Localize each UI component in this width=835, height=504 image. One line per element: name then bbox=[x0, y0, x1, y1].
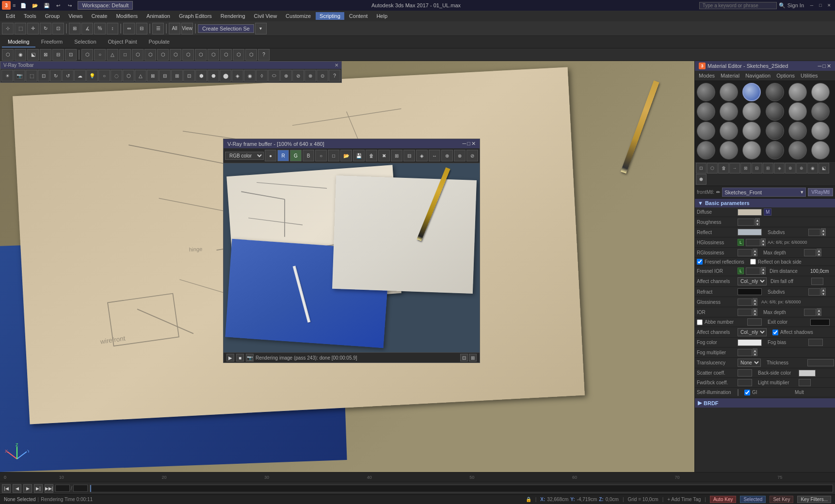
vt-3[interactable]: ⬚ bbox=[26, 70, 37, 81]
snap-toggle[interactable]: ⊞ bbox=[69, 23, 80, 34]
refract-max-depth-down[interactable]: ▼ bbox=[817, 312, 821, 316]
sphere-3-active[interactable] bbox=[742, 83, 761, 101]
vt-5[interactable]: ↻ bbox=[50, 70, 62, 81]
tab-modeling[interactable]: Modeling bbox=[2, 37, 35, 47]
minimize-btn[interactable]: ─ bbox=[808, 1, 816, 9]
tb2-16[interactable]: ⬡ bbox=[195, 49, 207, 61]
sphere-22[interactable] bbox=[766, 141, 784, 159]
vt-2[interactable]: 📷 bbox=[14, 70, 25, 81]
reflect-back-checkbox[interactable] bbox=[750, 259, 756, 265]
hgloss-l-btn[interactable]: L bbox=[738, 239, 744, 246]
hgloss-down[interactable]: ▼ bbox=[761, 242, 766, 246]
mirror-tool[interactable]: ⇔ bbox=[123, 23, 135, 34]
me-menu-material[interactable]: Material bbox=[718, 72, 742, 79]
fb-stop[interactable]: ■ bbox=[236, 354, 244, 362]
search-icon[interactable]: 🔍 bbox=[779, 2, 786, 9]
file-menu[interactable]: ≡ bbox=[13, 2, 16, 8]
fresnel-ior-down[interactable]: ▼ bbox=[761, 271, 766, 275]
gloss-input[interactable]: 1,0 bbox=[738, 299, 752, 306]
tab-populate[interactable]: Populate bbox=[143, 37, 175, 47]
me-tool-2[interactable]: ⬡ bbox=[707, 163, 718, 173]
signin-btn[interactable]: Sign In bbox=[787, 2, 804, 8]
menu-content[interactable]: Content bbox=[345, 12, 372, 20]
roughness-up[interactable]: ▲ bbox=[755, 218, 760, 222]
sphere-15[interactable] bbox=[742, 122, 761, 140]
reflect-color[interactable] bbox=[738, 229, 762, 236]
menu-rendering[interactable]: Rendering bbox=[217, 12, 249, 20]
rgloss-up[interactable]: ▲ bbox=[753, 249, 757, 252]
basic-params-header[interactable]: ▼ Basic parameters bbox=[695, 199, 835, 207]
ior-up[interactable]: ▲ bbox=[753, 308, 757, 312]
undo-btn[interactable]: ↩ bbox=[52, 0, 64, 11]
fb-channel-select[interactable]: RGB color bbox=[225, 152, 264, 160]
vt-6[interactable]: ↺ bbox=[62, 70, 74, 81]
me-minimize[interactable]: ─ bbox=[818, 63, 822, 69]
max-depth-input[interactable]: 5 bbox=[804, 249, 816, 256]
fb-restore[interactable]: □ bbox=[467, 141, 470, 147]
maximize-btn[interactable]: □ bbox=[817, 1, 824, 9]
sphere-5[interactable] bbox=[788, 83, 807, 101]
tb2-19[interactable]: ⬡ bbox=[233, 49, 244, 61]
me-tool-7[interactable]: ⊞ bbox=[763, 163, 773, 173]
rotate-tool[interactable]: ↻ bbox=[40, 23, 51, 34]
vt-28[interactable]: ? bbox=[329, 70, 340, 81]
spinner-snap[interactable]: ↕ bbox=[107, 23, 118, 34]
vt-12[interactable]: △ bbox=[135, 70, 146, 81]
abbe-input[interactable]: 50,0 bbox=[747, 318, 762, 326]
pencil-icon[interactable]: ✏ bbox=[716, 189, 720, 195]
sphere-2[interactable] bbox=[720, 83, 738, 101]
vray-toolbar-close[interactable]: ✕ bbox=[335, 63, 338, 68]
scale-tool[interactable]: ⊡ bbox=[52, 23, 64, 34]
vt-25[interactable]: ⊘ bbox=[292, 70, 304, 81]
tab-object-paint[interactable]: Object Paint bbox=[102, 37, 143, 47]
fb-btn-10[interactable]: ✖ bbox=[378, 150, 390, 161]
tb2-3[interactable]: ⬕ bbox=[27, 49, 39, 61]
vt-8[interactable]: 💡 bbox=[86, 70, 98, 81]
rgloss-down[interactable]: ▼ bbox=[753, 252, 757, 256]
abbe-checkbox[interactable] bbox=[697, 319, 703, 325]
gloss-down[interactable]: ▼ bbox=[753, 302, 757, 306]
fog-mult-up[interactable]: ▲ bbox=[753, 348, 757, 352]
vt-17[interactable]: ⬢ bbox=[195, 70, 207, 81]
fb-zoom-full[interactable]: ⊞ bbox=[469, 354, 477, 362]
fb-btn-11[interactable]: ⊞ bbox=[391, 150, 402, 161]
fb-btn-17[interactable]: ⊘ bbox=[466, 150, 478, 161]
fb-play[interactable]: ▶ bbox=[226, 354, 234, 362]
fb-btn-1[interactable]: ● bbox=[265, 150, 276, 161]
fog-mult-input[interactable]: 1,0 bbox=[738, 349, 752, 356]
fb-zoom-fit[interactable]: ⊡ bbox=[460, 354, 468, 362]
redo-btn[interactable]: ↪ bbox=[64, 0, 76, 11]
refract-subdivs-up[interactable]: ▲ bbox=[821, 288, 826, 292]
sphere-9[interactable] bbox=[742, 102, 761, 121]
sphere-23[interactable] bbox=[788, 141, 807, 159]
tb2-12[interactable]: ⬡ bbox=[145, 49, 156, 61]
fb-cam[interactable]: 📷 bbox=[246, 354, 254, 362]
tl-prev-key[interactable]: |◀ bbox=[2, 484, 11, 493]
sphere-4[interactable] bbox=[766, 83, 784, 101]
vt-16[interactable]: ⊡ bbox=[183, 70, 195, 81]
tl-next-frame[interactable]: ▶| bbox=[34, 484, 43, 493]
me-tool-4[interactable]: → bbox=[729, 163, 740, 173]
fb-btn-9[interactable]: 🗑 bbox=[366, 150, 377, 161]
vt-15[interactable]: ⊞ bbox=[171, 70, 183, 81]
tb2-13[interactable]: ⬡ bbox=[157, 49, 169, 61]
tl-next-key[interactable]: ▶▶| bbox=[45, 484, 53, 493]
menu-tools[interactable]: Tools bbox=[20, 12, 40, 20]
tl-current-frame[interactable]: 0 bbox=[55, 485, 70, 492]
vt-27[interactable]: ⊙ bbox=[317, 70, 328, 81]
close-btn[interactable]: ✕ bbox=[825, 1, 833, 9]
me-restore[interactable]: □ bbox=[822, 63, 826, 69]
vt-24[interactable]: ⊕ bbox=[280, 70, 292, 81]
vt-26[interactable]: ⊗ bbox=[305, 70, 316, 81]
auto-key-btn[interactable]: Auto Key bbox=[710, 496, 737, 503]
gloss-up[interactable]: ▲ bbox=[753, 298, 757, 302]
timeline-track[interactable] bbox=[90, 485, 833, 492]
tb2-17[interactable]: ⬡ bbox=[208, 49, 219, 61]
subdivs-up[interactable]: ▲ bbox=[821, 228, 826, 232]
tb2-20[interactable]: ⬡ bbox=[245, 49, 257, 61]
tb2-2[interactable]: ◉ bbox=[15, 49, 26, 61]
viewport[interactable]: [+] [Perspective] [Standard] [Default Sh… bbox=[0, 61, 694, 472]
fb-close[interactable]: ✕ bbox=[471, 141, 476, 147]
tl-prev-frame[interactable]: ◀ bbox=[13, 484, 21, 493]
vt-22[interactable]: ◊ bbox=[256, 70, 268, 81]
